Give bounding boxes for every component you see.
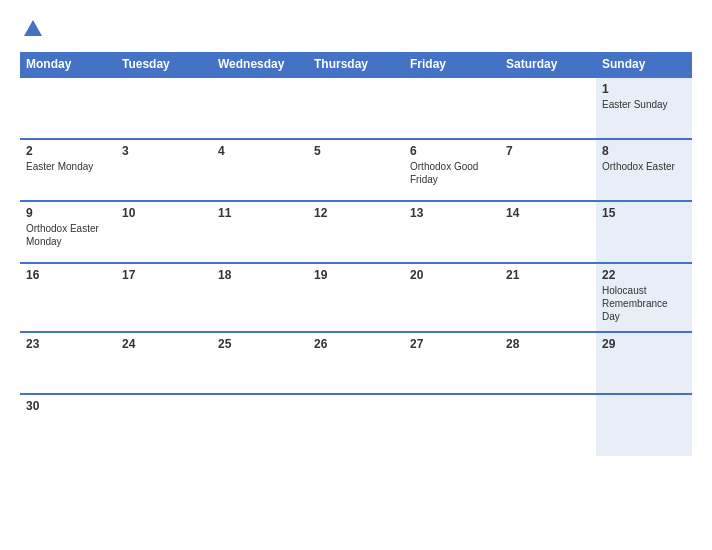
day-event: Easter Monday [26,160,110,173]
day-number: 5 [314,144,398,158]
calendar-cell: 6Orthodox Good Friday [404,139,500,201]
calendar-cell: 18 [212,263,308,332]
calendar-cell: 11 [212,201,308,263]
day-number: 28 [506,337,590,351]
day-event: Easter Sunday [602,98,686,111]
calendar-cell [308,394,404,456]
day-number: 13 [410,206,494,220]
page: MondayTuesdayWednesdayThursdayFridaySatu… [0,0,712,550]
header [20,18,692,40]
day-number: 6 [410,144,494,158]
calendar-cell: 28 [500,332,596,394]
calendar-cell [116,77,212,139]
calendar-week-5: 30 [20,394,692,456]
calendar-cell: 13 [404,201,500,263]
calendar-cell [404,77,500,139]
header-row: MondayTuesdayWednesdayThursdayFridaySatu… [20,52,692,77]
calendar-cell: 15 [596,201,692,263]
calendar-cell: 29 [596,332,692,394]
calendar-week-4: 23242526272829 [20,332,692,394]
calendar-cell: 17 [116,263,212,332]
col-header-monday: Monday [20,52,116,77]
calendar-cell [212,394,308,456]
calendar-cell: 19 [308,263,404,332]
day-event: Orthodox Easter Monday [26,222,110,248]
svg-marker-0 [24,20,42,36]
day-number: 20 [410,268,494,282]
calendar-week-3: 16171819202122Holocaust Remembrance Day [20,263,692,332]
calendar-cell: 27 [404,332,500,394]
calendar-cell: 22Holocaust Remembrance Day [596,263,692,332]
day-number: 3 [122,144,206,158]
day-number: 22 [602,268,686,282]
calendar-cell: 26 [308,332,404,394]
day-number: 12 [314,206,398,220]
calendar-cell: 1Easter Sunday [596,77,692,139]
day-number: 26 [314,337,398,351]
calendar-table: MondayTuesdayWednesdayThursdayFridaySatu… [20,52,692,456]
col-header-tuesday: Tuesday [116,52,212,77]
day-number: 10 [122,206,206,220]
day-number: 15 [602,206,686,220]
day-number: 24 [122,337,206,351]
calendar-cell: 30 [20,394,116,456]
calendar-week-0: 1Easter Sunday [20,77,692,139]
calendar-cell: 8Orthodox Easter [596,139,692,201]
calendar-cell: 9Orthodox Easter Monday [20,201,116,263]
calendar-cell: 12 [308,201,404,263]
day-event: Orthodox Easter [602,160,686,173]
calendar-cell: 24 [116,332,212,394]
calendar-cell: 3 [116,139,212,201]
day-number: 29 [602,337,686,351]
col-header-friday: Friday [404,52,500,77]
day-event: Orthodox Good Friday [410,160,494,186]
calendar-cell: 14 [500,201,596,263]
day-number: 17 [122,268,206,282]
col-header-wednesday: Wednesday [212,52,308,77]
calendar-cell [500,394,596,456]
calendar-body: 1Easter Sunday2Easter Monday3456Orthodox… [20,77,692,456]
calendar-cell: 4 [212,139,308,201]
col-header-thursday: Thursday [308,52,404,77]
calendar-cell [20,77,116,139]
col-header-saturday: Saturday [500,52,596,77]
day-number: 4 [218,144,302,158]
calendar-cell: 20 [404,263,500,332]
calendar-cell: 25 [212,332,308,394]
day-number: 18 [218,268,302,282]
calendar-cell: 21 [500,263,596,332]
calendar-week-2: 9Orthodox Easter Monday101112131415 [20,201,692,263]
calendar-cell: 2Easter Monday [20,139,116,201]
day-number: 7 [506,144,590,158]
day-number: 8 [602,144,686,158]
calendar-cell [212,77,308,139]
calendar-cell [308,77,404,139]
calendar-cell [404,394,500,456]
day-number: 30 [26,399,110,413]
day-number: 27 [410,337,494,351]
calendar-cell: 10 [116,201,212,263]
logo-icon [22,18,44,40]
calendar-header: MondayTuesdayWednesdayThursdayFridaySatu… [20,52,692,77]
logo [20,18,44,40]
day-number: 2 [26,144,110,158]
calendar-cell: 16 [20,263,116,332]
calendar-cell: 5 [308,139,404,201]
day-number: 25 [218,337,302,351]
col-header-sunday: Sunday [596,52,692,77]
day-event: Holocaust Remembrance Day [602,284,686,323]
day-number: 11 [218,206,302,220]
calendar-cell [596,394,692,456]
day-number: 1 [602,82,686,96]
day-number: 14 [506,206,590,220]
calendar-cell [116,394,212,456]
day-number: 21 [506,268,590,282]
day-number: 19 [314,268,398,282]
day-number: 23 [26,337,110,351]
calendar-cell [500,77,596,139]
day-number: 16 [26,268,110,282]
calendar-cell: 23 [20,332,116,394]
day-number: 9 [26,206,110,220]
calendar-cell: 7 [500,139,596,201]
calendar-week-1: 2Easter Monday3456Orthodox Good Friday78… [20,139,692,201]
